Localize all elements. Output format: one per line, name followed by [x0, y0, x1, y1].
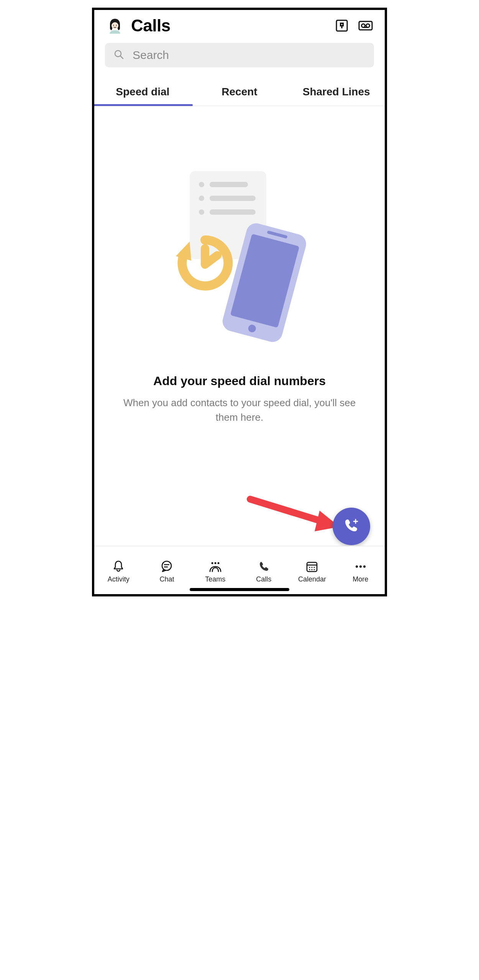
page-title: Calls [131, 16, 327, 35]
call-icon [258, 559, 270, 574]
nav-label: Activity [108, 575, 130, 583]
nav-label: More [353, 575, 368, 583]
nav-label: Calls [256, 575, 271, 583]
svg-point-40 [363, 565, 366, 568]
svg-point-1 [113, 25, 114, 26]
tab-label: Recent [221, 86, 257, 98]
header-actions [334, 18, 373, 33]
svg-point-33 [312, 567, 313, 568]
phone-icon [213, 217, 312, 349]
svg-point-2 [116, 25, 116, 26]
call-add-icon [343, 517, 360, 536]
tab-label: Speed dial [116, 86, 169, 98]
nav-label: Chat [159, 575, 174, 583]
svg-point-36 [312, 569, 313, 570]
tab-label: Shared Lines [303, 86, 370, 98]
nav-label: Calendar [298, 575, 326, 583]
bell-icon [113, 559, 124, 574]
svg-line-14 [120, 56, 123, 59]
search-icon [113, 49, 124, 61]
svg-point-28 [214, 562, 216, 564]
nav-teams[interactable]: Teams [191, 546, 240, 594]
tabs: Speed dial Recent Shared Lines [94, 73, 385, 106]
svg-rect-17 [230, 234, 300, 328]
chat-icon [160, 559, 173, 574]
svg-point-0 [112, 22, 118, 29]
nav-calls[interactable]: Calls [240, 546, 288, 594]
home-indicator [190, 588, 289, 591]
search-bar [94, 41, 385, 73]
more-icon [354, 559, 367, 574]
teams-icon [208, 559, 223, 574]
calendar-icon [305, 559, 318, 574]
avatar[interactable] [106, 16, 124, 35]
nav-label: Teams [205, 575, 225, 583]
search-input[interactable] [133, 49, 366, 62]
bottom-navigation: Activity Chat Teams Calls [94, 546, 385, 594]
svg-point-39 [359, 565, 362, 568]
dialpad-button[interactable] [334, 18, 349, 33]
svg-point-35 [309, 569, 310, 570]
empty-state-illustration [171, 171, 308, 343]
svg-rect-6 [340, 23, 344, 24]
nav-chat[interactable]: Chat [143, 546, 191, 594]
empty-state-title: Add your speed dial numbers [153, 374, 326, 388]
svg-point-32 [309, 567, 310, 568]
app-screen: Calls [92, 8, 387, 596]
nav-more[interactable]: More [336, 546, 385, 594]
search-field[interactable] [105, 43, 374, 67]
nav-activity[interactable]: Activity [94, 546, 143, 594]
svg-point-38 [356, 565, 358, 568]
empty-state-subtitle: When you add contacts to your speed dial… [94, 396, 385, 425]
nav-calendar[interactable]: Calendar [288, 546, 336, 594]
tab-shared-lines[interactable]: Shared Lines [288, 81, 385, 106]
svg-point-24 [162, 561, 171, 570]
tab-speed-dial[interactable]: Speed dial [94, 81, 191, 106]
svg-point-34 [314, 567, 315, 568]
svg-point-27 [211, 562, 213, 564]
make-call-fab[interactable] [333, 508, 370, 545]
header: Calls [94, 10, 385, 41]
svg-point-37 [314, 569, 315, 570]
voicemail-button[interactable] [358, 18, 373, 33]
svg-rect-7 [340, 25, 344, 27]
svg-point-29 [217, 562, 219, 564]
svg-rect-8 [341, 26, 342, 28]
tab-recent[interactable]: Recent [191, 81, 288, 106]
